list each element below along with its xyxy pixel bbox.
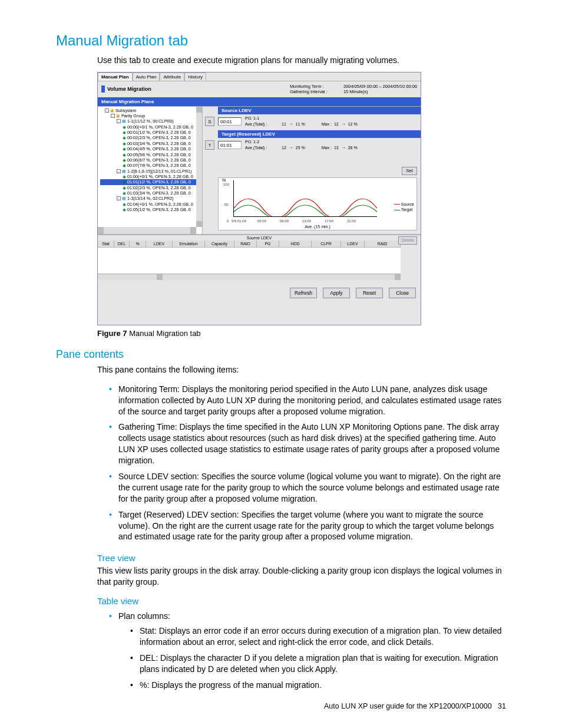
expand-icon[interactable]: - — [117, 196, 121, 200]
tree-vol[interactable]: ◉ 01:04(+0/1 %, OPEN-3, 2.28 GB, 0 — [100, 202, 202, 207]
screenshot-figure: Manual Plan Auto Plan Attribute History … — [97, 72, 421, 325]
tree-pg-1-1[interactable]: -▤ 1-1(11/12 %, 00:CLPR0) — [100, 118, 202, 124]
table-header-row: Stat DEL % LDEV Emulation Capacity RAID … — [98, 241, 401, 248]
tree-vol[interactable]: ◉ 00:00(+0/1 %, OPEN-3, 2.28 GB, 0 — [100, 124, 202, 130]
tree-vol[interactable]: ◉ 00:06(6/7 %, OPEN-3, 2.28 GB, 0 — [100, 157, 202, 163]
tree-vol[interactable]: ◉ 01:00(+0/1 %, OPEN-3, 2.28 GB, 0 — [100, 174, 202, 179]
source-ave-from: 11 — [282, 121, 286, 127]
col-ldev-2[interactable]: LDEV — [341, 241, 365, 247]
target-max-from: 13 — [334, 145, 339, 151]
list-item: %: Displays the progress of the manual m… — [130, 677, 506, 693]
tree-vol[interactable]: ◉ 00:01(1/2 %, OPEN-3, 2.28 GB, 0 — [100, 130, 202, 135]
chart-xtick: 09:00 — [280, 219, 289, 223]
chart-ytick: 100 — [223, 183, 229, 186]
table-view-list: Plan columns: Stat: Displays an error co… — [109, 608, 506, 695]
chart-ytick: 0 — [227, 219, 229, 223]
tree-vol[interactable]: ◉ 01:05(1/2 %, OPEN-3, 2.28 GB, 0 — [100, 207, 202, 212]
panel-bullet-icon — [101, 85, 105, 93]
tree-view[interactable]: -▣ Subsystem -▣ Parity Group -▤ 1-1(11/1… — [98, 107, 203, 234]
refresh-button[interactable]: Refresh — [290, 288, 317, 298]
col-capacity[interactable]: Capacity — [205, 241, 234, 247]
list-item: Gathering Time: Displays the time specif… — [109, 419, 506, 469]
monitoring-term-block: Monitoring Term : 2004/05/09 00:00 – 200… — [290, 84, 417, 95]
tree-vol[interactable]: ◉ 00:03(3/4 %, OPEN-3, 2.28 GB, 0 — [100, 141, 202, 146]
tree-vol[interactable]: ◉ 01:03(3/4 %, OPEN-3, 2.28 GB, 0 — [100, 190, 202, 196]
target-select-button[interactable]: T — [205, 140, 214, 150]
monitoring-term-label: Monitoring Term : — [290, 84, 340, 89]
tab-attribute[interactable]: Attribute — [160, 73, 184, 81]
list-item: Monitoring Term: Displays the monitoring… — [109, 381, 506, 420]
source-select-button[interactable]: S — [205, 117, 214, 126]
chart-lines-icon — [234, 180, 377, 216]
panel-title: Volume Migration — [107, 86, 151, 92]
tree-view-heading: Tree view — [97, 553, 506, 563]
delete-button[interactable]: Delete — [398, 236, 417, 245]
target-pg-label: PG: 1-2 — [245, 139, 259, 145]
expand-icon[interactable]: - — [105, 108, 109, 113]
table-body-empty — [98, 248, 401, 274]
source-max-label: Max : — [322, 121, 332, 127]
close-button[interactable]: Close — [389, 288, 416, 298]
apply-button[interactable]: Apply — [323, 288, 350, 298]
col-ldev[interactable]: LDEV — [146, 241, 173, 247]
tree-pg-1-3[interactable]: -▤ 1-3(13/14 %, 02:CLPR2) — [100, 196, 202, 201]
col-del[interactable]: DEL — [114, 241, 130, 247]
list-item: Plan columns: Stat: Displays an error co… — [109, 608, 506, 695]
page-number: 31 — [498, 702, 506, 710]
col-pg[interactable]: PG — [257, 241, 279, 247]
target-max-label: Max : — [322, 145, 332, 151]
source-ldev-section: S 00:01 PG: 1-1 Ave.(Total) : 11 → 11 % … — [203, 114, 421, 130]
tree-vol[interactable]: ◉ 00:07(7/8 %, OPEN-3, 2.28 GB, 0 — [100, 163, 202, 168]
plans-bar: Manual Migration Plans — [98, 97, 421, 106]
target-ave-to: 25 % — [296, 145, 305, 151]
col-stat[interactable]: Stat — [98, 241, 114, 247]
col-clpr[interactable]: CLPR — [312, 241, 341, 247]
col-emulation[interactable]: Emulation — [173, 241, 205, 247]
page-footer: Auto LUN XP user guide for the XP12000/X… — [324, 702, 506, 710]
tree-parity-group[interactable]: -▣ Parity Group — [100, 113, 202, 118]
work-area: -▣ Subsystem -▣ Parity Group -▤ 1-1(11/1… — [98, 106, 421, 235]
tree-vol[interactable]: ◉ 00:02(2/3 %, OPEN-3, 2.28 GB, 0 — [100, 135, 202, 140]
app-tabbar: Manual Plan Auto Plan Attribute History — [98, 73, 421, 81]
expand-icon[interactable]: - — [117, 169, 121, 173]
tree-scrollbar-vertical[interactable] — [196, 107, 202, 227]
col-raid-2[interactable]: RAID — [365, 241, 401, 247]
tree-root[interactable]: -▣ Subsystem — [100, 108, 202, 113]
target-ldev-section: T 01:01 PG: 1-2 Ave.(Total) : 12 → 25 % … — [203, 138, 421, 154]
figure-caption: Figure 7 Manual Migration tab — [97, 329, 506, 338]
chart-xtick: 05:00 — [257, 219, 266, 223]
source-ave-to: 11 % — [296, 121, 305, 127]
table-scrollbar-horizontal[interactable] — [98, 274, 401, 280]
arrow-icon: → — [289, 144, 293, 151]
tab-auto-plan[interactable]: Auto Plan — [133, 73, 160, 81]
tree-vol[interactable]: ◉ 00:05(5/6 %, OPEN-3, 2.28 GB, 0 — [100, 152, 202, 157]
col-raid[interactable]: RAID — [234, 241, 257, 247]
chart-ytick: 50 — [224, 203, 229, 206]
tree-vol[interactable]: ◉ 00:04(4/5 %, OPEN-3, 2.28 GB, 0 — [100, 146, 202, 151]
list-item: Source LDEV section: Specifies the sourc… — [109, 469, 506, 507]
source-ldev-value[interactable]: 00:01 — [218, 117, 242, 126]
right-pane: Source LDEV S 00:01 PG: 1-1 Ave.(Total) … — [203, 107, 421, 234]
set-button[interactable]: Set — [402, 167, 417, 175]
tree-scrollbar-horizontal[interactable] — [98, 227, 196, 234]
target-ldev-value[interactable]: 01:01 — [218, 141, 242, 149]
col-percent[interactable]: % — [130, 241, 146, 247]
tree-vol[interactable]: ◉ 01:02(2/3 %, OPEN-3, 2.28 GB, 0 — [100, 185, 202, 190]
col-hdd[interactable]: HDD — [279, 241, 312, 247]
list-item: DEL: Displays the character D if you del… — [130, 650, 506, 677]
target-ldev-header: Target (Reserved) LDEV — [218, 130, 421, 138]
source-max-to: 12 % — [348, 121, 358, 127]
chart-legend: Source Target — [394, 202, 414, 213]
arrow-icon: → — [341, 144, 346, 151]
tab-manual-plan[interactable]: Manual Plan — [98, 73, 133, 81]
list-item: Stat: Displays an error code if an error… — [130, 623, 506, 650]
chart-x-axis-label: Ave. (15 min.) — [219, 225, 416, 229]
expand-icon[interactable]: - — [117, 119, 121, 123]
tree-vol-selected[interactable]: ◉ 01:01(1/2 %, OPEN-3, 2.28 GB, 0 — [100, 179, 202, 185]
expand-icon[interactable]: - — [111, 114, 115, 118]
reset-button[interactable]: Reset — [356, 288, 383, 298]
tree-pg-1-2[interactable]: -▤ 1-2[8-1,8-15](12/13 %, 01:CLPR1) — [100, 169, 202, 174]
tree-view-paragraph: This view lists parity groups in the dis… — [97, 565, 506, 588]
tab-history[interactable]: History — [184, 73, 206, 81]
list-item: Target (Reserved) LDEV section: Specifie… — [109, 507, 506, 545]
